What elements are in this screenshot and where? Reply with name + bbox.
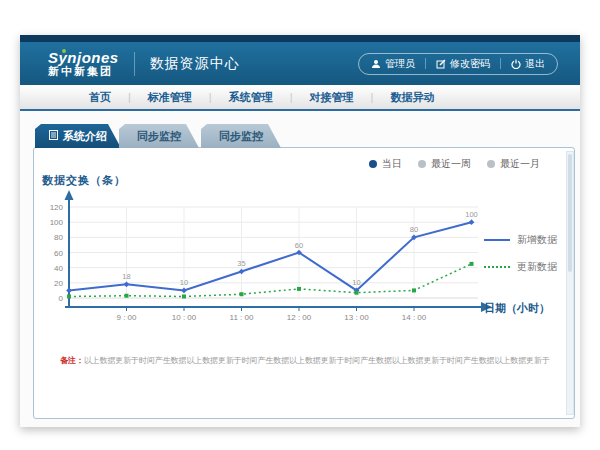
tab-system-intro[interactable]: 系统介绍	[35, 124, 121, 148]
legend-new-data[interactable]: 新增数据	[484, 233, 557, 247]
svg-text:18: 18	[122, 272, 130, 281]
svg-text:20: 20	[54, 279, 63, 288]
svg-text:0: 0	[59, 294, 64, 303]
tab-label: 系统介绍	[63, 124, 107, 148]
logo-subtext: 新中新集团	[48, 66, 119, 78]
top-strip	[20, 35, 580, 42]
svg-text:100: 100	[50, 218, 64, 227]
time-range-filters: 当日 最近一周 最近一月	[369, 157, 540, 171]
change-password-label: 修改密码	[450, 57, 490, 71]
svg-text:100: 100	[465, 210, 478, 219]
current-user-label: 管理员	[385, 57, 415, 71]
filter-label: 当日	[382, 157, 402, 171]
svg-text:12 : 00: 12 : 00	[287, 313, 312, 322]
svg-text:10 : 00: 10 : 00	[172, 313, 197, 322]
document-icon	[49, 124, 58, 148]
header-divider	[134, 52, 135, 76]
nav-item-home[interactable]: 首页	[72, 90, 128, 105]
svg-text:80: 80	[410, 225, 418, 234]
tab-sync-monitor-2[interactable]: 同步监控	[201, 124, 281, 148]
dotted-line-swatch	[484, 266, 510, 268]
footnote-text: 以上数据更新于时间产生数据以上数据更新于时间产生数据以上数据更新于时间产生数据以…	[84, 356, 550, 365]
radio-icon	[487, 160, 495, 168]
footnote: 备注：以上数据更新于时间产生数据以上数据更新于时间产生数据以上数据更新于时间产生…	[60, 355, 562, 366]
svg-text:80: 80	[54, 233, 63, 242]
chart-legend: 新增数据 更新数据	[484, 233, 557, 274]
nav-item-data-change[interactable]: 数据异动	[373, 90, 451, 105]
svg-text:13 : 00: 13 : 00	[344, 313, 369, 322]
panel-scrollbar[interactable]	[566, 151, 574, 415]
footnote-prefix: 备注：	[60, 356, 84, 365]
chip-separator	[500, 58, 501, 69]
svg-text:14 : 00: 14 : 00	[402, 313, 427, 322]
app-window: Synjones 新中新集团 数据资源中心 管理员 修改密码	[20, 35, 580, 427]
nav-item-standard-mgmt[interactable]: 标准管理	[131, 90, 209, 105]
svg-text:11 : 00: 11 : 00	[230, 313, 254, 322]
svg-text:120: 120	[50, 203, 64, 212]
logout-button[interactable]: 退出	[511, 57, 545, 71]
x-axis-title: 日期（小时）	[484, 301, 550, 316]
edit-icon	[436, 59, 446, 69]
current-user-button[interactable]: 管理员	[371, 57, 415, 71]
radio-icon	[369, 160, 377, 168]
svg-text:10: 10	[180, 278, 188, 287]
main-nav: 首页 | 标准管理 | 系统管理 | 对接管理 | 数据异动	[20, 85, 580, 111]
filter-today[interactable]: 当日	[369, 157, 402, 171]
filter-label: 最近一周	[431, 157, 471, 171]
company-logo: Synjones 新中新集团	[48, 50, 119, 77]
legend-updated-data[interactable]: 更新数据	[484, 260, 557, 274]
scrollbar-thumb[interactable]	[568, 154, 572, 272]
chip-separator	[425, 58, 426, 69]
filter-label: 最近一月	[500, 157, 540, 171]
filter-last-week[interactable]: 最近一周	[418, 157, 471, 171]
y-axis-title: 数据交换（条）	[42, 173, 126, 188]
app-title: 数据资源中心	[150, 55, 240, 73]
change-password-button[interactable]: 修改密码	[436, 57, 490, 71]
power-icon	[511, 59, 521, 69]
header-bar: Synjones 新中新集团 数据资源中心 管理员 修改密码	[20, 42, 580, 85]
svg-text:10: 10	[352, 278, 360, 287]
svg-text:9 : 00: 9 : 00	[116, 313, 137, 322]
svg-text:35: 35	[237, 259, 245, 268]
legend-label: 新增数据	[517, 233, 557, 247]
svg-text:40: 40	[54, 264, 63, 273]
tab-sync-monitor-1[interactable]: 同步监控	[119, 124, 199, 148]
filter-last-month[interactable]: 最近一月	[487, 157, 540, 171]
svg-text:60: 60	[54, 249, 63, 258]
user-actions-group: 管理员 修改密码 退出	[358, 53, 558, 75]
svg-text:60: 60	[295, 241, 303, 250]
logo-accent-dot	[62, 49, 66, 53]
line-chart: 0204060801001209 : 0010 : 0011 : 0012 : …	[48, 185, 508, 327]
legend-label: 更新数据	[517, 260, 557, 274]
logout-label: 退出	[525, 57, 545, 71]
nav-item-system-mgmt[interactable]: 系统管理	[212, 90, 290, 105]
nav-item-interface-mgmt[interactable]: 对接管理	[293, 90, 371, 105]
radio-icon	[418, 160, 426, 168]
logo-text: Synjones	[48, 50, 119, 66]
solid-line-swatch	[484, 239, 510, 241]
user-icon	[371, 59, 381, 69]
